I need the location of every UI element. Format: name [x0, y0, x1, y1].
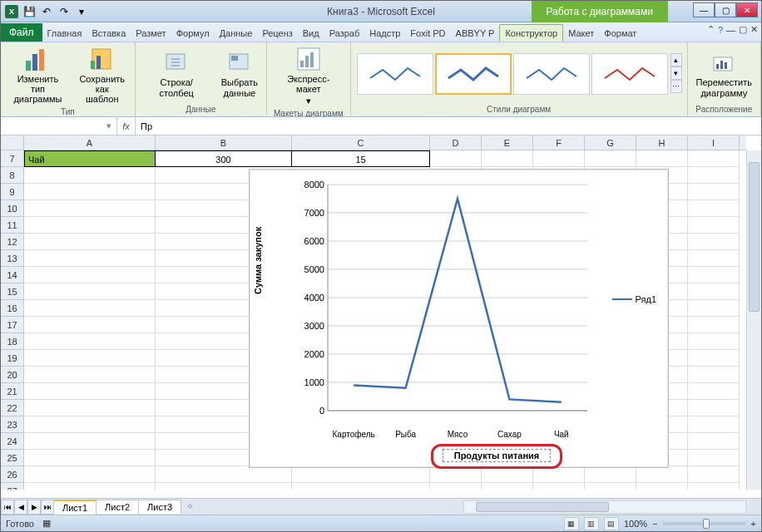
style-scroll-up-icon[interactable]: ▴ — [670, 53, 682, 66]
cell[interactable] — [24, 350, 156, 367]
save-template-button[interactable]: Сохранить как шаблон — [75, 44, 130, 106]
cell[interactable] — [156, 483, 292, 490]
zoom-thumb[interactable] — [703, 519, 710, 529]
cell[interactable] — [24, 466, 156, 483]
style-more-icon[interactable]: ⋯ — [670, 80, 682, 93]
column-header[interactable]: G — [585, 135, 636, 150]
cell[interactable] — [585, 466, 636, 483]
select-all-corner[interactable] — [1, 135, 24, 150]
quick-layout-button[interactable]: Экспресс-макет ▾ — [272, 44, 345, 107]
tab-page-layout[interactable]: Размет — [131, 25, 171, 42]
close-button[interactable]: ✕ — [736, 2, 758, 17]
cell[interactable] — [688, 483, 740, 490]
cell[interactable] — [430, 466, 482, 483]
cell[interactable] — [482, 150, 533, 167]
chart-legend[interactable]: Ряд1 — [612, 294, 656, 304]
select-data-button[interactable]: Выбрать данные — [218, 47, 261, 99]
cell[interactable] — [636, 466, 688, 483]
row-header[interactable]: 12 — [1, 234, 23, 250]
cell[interactable] — [24, 234, 156, 250]
workbook-close-icon[interactable]: ✕ — [750, 24, 758, 35]
switch-row-column-button[interactable]: Строка/столбец — [141, 47, 213, 99]
cell[interactable] — [482, 483, 533, 490]
row-header[interactable]: 13 — [1, 250, 23, 267]
cell[interactable]: Чай — [24, 150, 156, 167]
qat-customize-icon[interactable]: ▾ — [74, 4, 89, 19]
column-header[interactable]: F — [533, 135, 585, 150]
column-header[interactable]: D — [430, 135, 482, 150]
zoom-slider[interactable] — [663, 522, 746, 525]
row-header[interactable]: 9 — [1, 184, 23, 200]
column-header[interactable]: H — [636, 135, 688, 150]
fx-icon[interactable]: fx — [117, 117, 136, 135]
row-header[interactable]: 15 — [1, 283, 23, 300]
sheet-nav-prev-icon[interactable]: ◀ — [14, 500, 27, 515]
zoom-out-icon[interactable]: − — [652, 519, 657, 529]
tab-file[interactable]: Файл — [1, 23, 42, 42]
hscroll-thumb[interactable] — [476, 502, 609, 512]
workbook-restore-icon[interactable]: ▢ — [739, 24, 747, 35]
macro-record-icon[interactable]: ▦ — [42, 518, 51, 529]
cell[interactable] — [482, 466, 533, 483]
cell[interactable] — [688, 367, 740, 383]
cell[interactable] — [533, 150, 585, 167]
cell[interactable] — [24, 200, 156, 217]
cell[interactable] — [533, 466, 585, 483]
row-header[interactable]: 23 — [1, 416, 23, 433]
row-header[interactable]: 24 — [1, 433, 23, 450]
namebox-dropdown-icon[interactable]: ▾ — [106, 121, 111, 131]
cell[interactable] — [24, 217, 156, 234]
column-header[interactable]: A — [24, 135, 156, 150]
cell[interactable] — [636, 483, 688, 490]
cell[interactable] — [688, 283, 740, 300]
move-chart-button[interactable]: Переместить диаграмму — [693, 47, 755, 99]
cell[interactable] — [24, 367, 156, 383]
tab-insert[interactable]: Вставка — [87, 25, 131, 42]
zoom-level[interactable]: 100% — [624, 519, 647, 529]
formula-input[interactable]: Пр — [136, 117, 761, 135]
cell[interactable] — [430, 150, 482, 167]
cell[interactable] — [688, 333, 740, 350]
cell[interactable]: 300 — [156, 150, 292, 167]
tab-addins[interactable]: Надстр — [364, 25, 405, 42]
chart-plot-area[interactable]: 010002000300040005000600070008000 — [298, 181, 591, 422]
ribbon-minimize-icon[interactable]: ⌃ — [707, 24, 715, 35]
cell[interactable] — [688, 466, 740, 483]
cell[interactable] — [585, 150, 636, 167]
cell[interactable] — [688, 433, 740, 450]
tab-data[interactable]: Данные — [215, 25, 258, 42]
sheet-nav-first-icon[interactable]: ⏮ — [1, 500, 14, 515]
minimize-button[interactable]: — — [693, 2, 715, 17]
cell[interactable] — [24, 283, 156, 300]
cell[interactable] — [688, 350, 740, 367]
column-header[interactable]: E — [482, 135, 533, 150]
sheet-tab-2[interactable]: Лист2 — [96, 500, 139, 514]
column-header[interactable]: C — [292, 135, 430, 150]
column-header[interactable]: I — [688, 135, 740, 150]
cell[interactable] — [24, 433, 156, 450]
cell[interactable] — [688, 217, 740, 234]
cell[interactable] — [688, 400, 740, 416]
cell[interactable] — [688, 234, 740, 250]
cell[interactable] — [688, 317, 740, 333]
cell[interactable] — [636, 150, 688, 167]
cell[interactable] — [688, 416, 740, 433]
row-header[interactable]: 7 — [1, 150, 23, 167]
cell[interactable] — [24, 416, 156, 433]
worksheet-grid[interactable]: ABCDEFGHI 789101112131415161718192021222… — [1, 135, 761, 490]
row-header[interactable]: 26 — [1, 466, 23, 483]
row-header[interactable]: 20 — [1, 367, 23, 383]
row-header[interactable]: 27 — [1, 483, 23, 490]
cell[interactable] — [688, 184, 740, 200]
row-header[interactable]: 14 — [1, 267, 23, 283]
column-headers[interactable]: ABCDEFGHI — [24, 135, 746, 150]
excel-app-icon[interactable]: X — [4, 4, 19, 19]
row-header[interactable]: 8 — [1, 167, 23, 184]
cell[interactable] — [688, 267, 740, 283]
cell[interactable] — [24, 167, 156, 184]
chart-x-axis-title[interactable]: Продукты питания — [443, 449, 551, 462]
sheet-tab-1[interactable]: Лист1 — [53, 500, 96, 515]
chart-style-2[interactable] — [435, 53, 512, 95]
tab-chart-format[interactable]: Формат — [599, 25, 641, 42]
cell[interactable] — [688, 250, 740, 267]
